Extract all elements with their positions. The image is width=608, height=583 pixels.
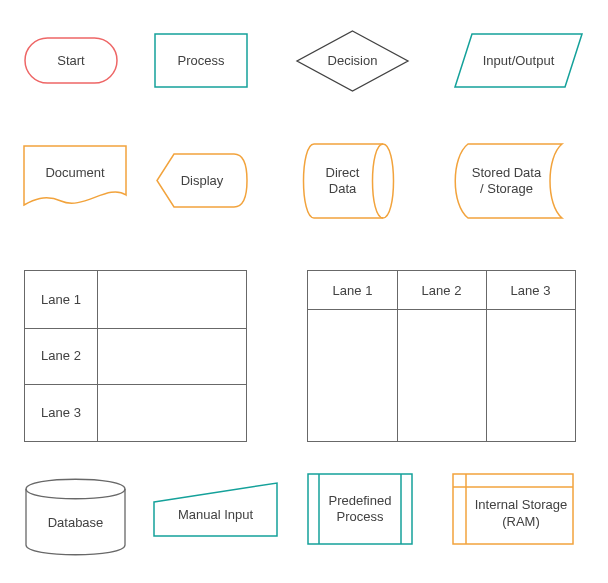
shape-document[interactable]: Document <box>23 145 127 207</box>
swimlane-h-lane1-header: Lane 1 <box>25 271 97 328</box>
swimlane-horizontal-divider <box>97 271 98 441</box>
swimlane-vertical-header-divider <box>308 309 575 310</box>
swimlane-v-lane1-header: Lane 1 <box>308 271 397 309</box>
svg-rect-0 <box>25 38 117 83</box>
shape-decision[interactable]: Decision <box>296 30 409 92</box>
swimlane-horizontal[interactable]: Lane 1 Lane 2 Lane 3 <box>24 270 247 442</box>
shape-io[interactable]: Input/Output <box>454 33 583 88</box>
swimlane-v-lane2-header: Lane 2 <box>397 271 486 309</box>
shape-manual-input[interactable]: Manual Input <box>153 482 278 537</box>
svg-rect-8 <box>453 474 573 544</box>
svg-marker-4 <box>154 483 277 536</box>
shape-direct-data[interactable]: Direct Data <box>302 143 395 219</box>
swimlane-v-lane3-header: Lane 3 <box>486 271 575 309</box>
swimlane-h-lane3-header: Lane 3 <box>25 384 97 441</box>
swimlane-h-lane2-header: Lane 2 <box>25 328 97 385</box>
shape-stored-data[interactable]: Stored Data / Storage <box>454 143 563 219</box>
shape-database[interactable]: Database <box>25 478 126 556</box>
shape-predefined-process[interactable]: Predefined Process <box>307 473 413 545</box>
shape-start[interactable]: Start <box>24 37 118 84</box>
shape-process[interactable]: Process <box>154 33 248 88</box>
shape-display[interactable]: Display <box>156 153 248 208</box>
swimlane-vertical[interactable]: Lane 1 Lane 2 Lane 3 <box>307 270 576 442</box>
svg-rect-1 <box>155 34 247 87</box>
svg-rect-5 <box>308 474 412 544</box>
svg-marker-3 <box>455 34 582 87</box>
svg-marker-2 <box>297 31 408 91</box>
shape-internal-storage[interactable]: Internal Storage (RAM) <box>452 473 574 545</box>
